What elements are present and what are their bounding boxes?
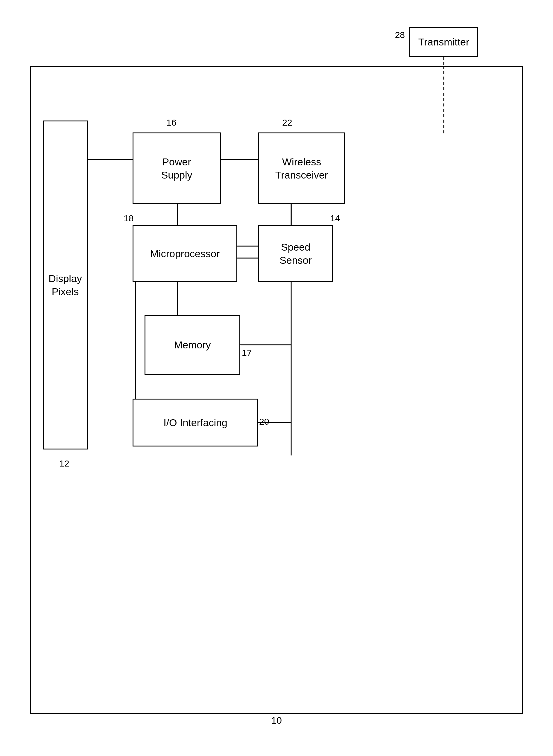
microprocessor-label: Microprocessor bbox=[150, 247, 220, 260]
memory-box: Memory bbox=[145, 315, 240, 375]
transmitter-label: Transmitter bbox=[418, 35, 470, 49]
transmitter-box: Transmitter bbox=[409, 27, 478, 57]
speed-sensor-label: SpeedSensor bbox=[280, 241, 312, 267]
main-box: DisplayPixels 12 PowerSupply 16 Wireless… bbox=[30, 66, 523, 714]
wireless-transceiver-box: WirelessTransceiver bbox=[258, 132, 345, 204]
io-interfacing-box: I/O Interfacing bbox=[133, 399, 258, 447]
microprocessor-box: Microprocessor bbox=[133, 225, 237, 282]
io-interfacing-ref: 20 bbox=[259, 416, 269, 427]
power-supply-ref: 16 bbox=[166, 117, 176, 128]
speed-sensor-box: SpeedSensor bbox=[258, 225, 333, 282]
transmitter-ref: 28 bbox=[395, 30, 405, 40]
power-supply-label: PowerSupply bbox=[161, 155, 192, 182]
diagram-container: Transmitter 28 bbox=[18, 18, 535, 738]
memory-label: Memory bbox=[174, 338, 211, 351]
display-pixels-box: DisplayPixels bbox=[43, 120, 88, 450]
memory-ref: 17 bbox=[242, 348, 252, 358]
system-ref: 10 bbox=[271, 715, 282, 726]
wireless-transceiver-label: WirelessTransceiver bbox=[275, 155, 328, 182]
speed-sensor-ref: 14 bbox=[330, 213, 340, 223]
wireless-transceiver-ref: 22 bbox=[282, 117, 292, 128]
display-pixels-ref: 12 bbox=[59, 458, 69, 469]
microprocessor-ref: 18 bbox=[124, 213, 134, 223]
display-pixels-label: DisplayPixels bbox=[49, 272, 82, 298]
io-interfacing-label: I/O Interfacing bbox=[163, 416, 227, 429]
power-supply-box: PowerSupply bbox=[133, 132, 221, 204]
